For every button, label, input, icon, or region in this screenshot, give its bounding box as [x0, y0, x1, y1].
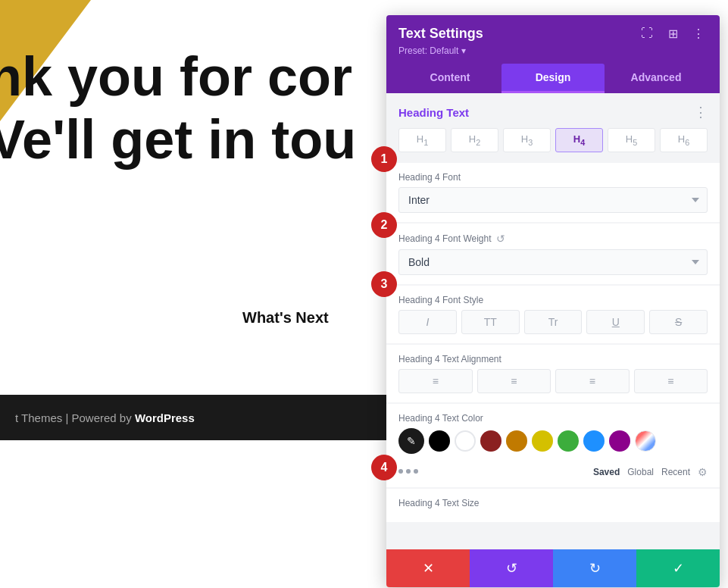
color-swatch-custom[interactable]	[635, 430, 656, 452]
cancel-button[interactable]: ✕	[386, 549, 470, 587]
color-swatches: ✎	[398, 428, 708, 454]
color-swatch-white[interactable]	[455, 430, 476, 452]
panel-body: Heading Text ⋮ H1 H2 H3 H4 H5 H6 Heading…	[386, 93, 720, 549]
uppercase-btn[interactable]: TT	[461, 310, 520, 334]
save-button[interactable]: ✓	[636, 549, 720, 587]
underline-btn[interactable]: U	[586, 310, 645, 334]
text-color-setting-row: Heading 4 Text Color ✎	[386, 404, 720, 487]
color-swatch-orange[interactable]	[506, 430, 527, 452]
heading-line-1: nk you for cor	[0, 45, 356, 108]
saved-tab[interactable]: Saved	[593, 467, 620, 477]
align-left-btn[interactable]: ≡	[398, 369, 473, 393]
step-1-circle: 1	[371, 146, 397, 172]
tab-content[interactable]: Content	[398, 64, 501, 93]
tab-design[interactable]: Design	[501, 64, 605, 93]
align-buttons: ≡ ≡ ≡ ≡	[398, 369, 708, 393]
settings-panel: Text Settings ⛶ ⊞ ⋮ Preset: Default Cont…	[386, 15, 720, 587]
heading-levels: H1 H2 H3 H4 H5 H6	[386, 128, 720, 163]
color-settings-icon[interactable]: ⚙	[698, 466, 708, 478]
heading-h1-btn[interactable]: H1	[398, 128, 446, 152]
section-title: Heading Text	[398, 106, 469, 119]
whats-next-text: What's Next	[242, 309, 329, 327]
font-weight-select[interactable]: Bold	[398, 249, 708, 275]
undo-button[interactable]: ↺	[470, 549, 553, 587]
step-3-circle: 3	[371, 271, 397, 297]
global-tab[interactable]: Global	[627, 467, 654, 477]
text-size-setting-row: Heading 4 Text Size	[386, 489, 720, 522]
heading-line-2: Ve'll get in tou	[0, 108, 356, 171]
footer-text: t Themes | Powered by WordPress	[15, 411, 195, 424]
size-label: Heading 4 Text Size	[398, 498, 708, 508]
recent-tab[interactable]: Recent	[661, 467, 690, 477]
footer-bar: t Themes | Powered by WordPress	[0, 395, 386, 440]
color-swatch-red[interactable]	[480, 430, 501, 452]
panel-title-row: Text Settings ⛶ ⊞ ⋮	[398, 24, 708, 42]
color-swatch-purple[interactable]	[609, 430, 630, 452]
columns-icon[interactable]: ⊞	[664, 24, 682, 42]
tab-advanced[interactable]: Advanced	[605, 64, 708, 93]
align-center-btn[interactable]: ≡	[477, 369, 551, 393]
panel-icons: ⛶ ⊞ ⋮	[638, 24, 708, 42]
panel-title: Text Settings	[398, 26, 483, 42]
color-picker-button[interactable]: ✎	[398, 428, 424, 454]
expand-icon[interactable]: ⛶	[638, 24, 656, 42]
align-justify-btn[interactable]: ≡	[634, 369, 708, 393]
style-buttons: I TT Tr U S	[398, 310, 708, 334]
color-swatch-green[interactable]	[558, 430, 579, 452]
color-dots	[398, 469, 418, 474]
align-right-btn[interactable]: ≡	[555, 369, 630, 393]
color-tabs: Saved Global Recent ⚙	[593, 466, 708, 478]
section-header: Heading Text ⋮	[386, 93, 720, 128]
color-swatch-black[interactable]	[429, 430, 450, 452]
dot-3	[414, 469, 418, 474]
dot-1	[398, 469, 403, 474]
heading-h5-btn[interactable]: H5	[608, 128, 655, 152]
page-heading: nk you for cor Ve'll get in tou	[0, 45, 356, 171]
dot-2	[406, 469, 411, 474]
font-style-setting-row: Heading 4 Font Style I TT Tr U S	[386, 286, 720, 343]
strikethrough-btn[interactable]: S	[649, 310, 708, 334]
redo-button[interactable]: ↻	[553, 549, 636, 587]
alignment-label: Heading 4 Text Alignment	[398, 354, 708, 364]
heading-h2-btn[interactable]: H2	[451, 128, 498, 152]
color-swatch-blue[interactable]	[583, 430, 605, 452]
font-label: Heading 4 Font	[398, 172, 708, 183]
panel-tabs: Content Design Advanced	[398, 64, 708, 93]
font-weight-setting-row: Heading 4 Font Weight ↺ Bold	[386, 224, 720, 284]
italic-btn[interactable]: I	[398, 310, 457, 334]
weight-reset-icon[interactable]: ↺	[496, 233, 505, 245]
color-label: Heading 4 Text Color	[398, 413, 708, 424]
section-more-icon[interactable]: ⋮	[694, 104, 708, 120]
font-weight-label: Heading 4 Font Weight ↺	[398, 233, 708, 245]
heading-h4-btn[interactable]: H4	[555, 128, 603, 152]
font-setting-row: Heading 4 Font Inter	[386, 163, 720, 222]
step-4-circle: 4	[371, 455, 397, 480]
capitalize-btn[interactable]: Tr	[524, 310, 583, 334]
step-2-circle: 2	[371, 212, 397, 238]
more-options-icon[interactable]: ⋮	[689, 24, 708, 42]
text-alignment-setting-row: Heading 4 Text Alignment ≡ ≡ ≡ ≡	[386, 345, 720, 402]
preset-selector[interactable]: Preset: Default	[398, 45, 708, 56]
action-bar: ✕ ↺ ↻ ✓	[386, 549, 720, 587]
color-swatch-yellow[interactable]	[532, 430, 553, 452]
eyedropper-icon: ✎	[407, 435, 416, 447]
font-style-label: Heading 4 Font Style	[398, 295, 708, 305]
heading-h6-btn[interactable]: H6	[660, 128, 708, 152]
font-select[interactable]: Inter	[398, 187, 708, 213]
heading-h3-btn[interactable]: H3	[503, 128, 551, 152]
panel-header: Text Settings ⛶ ⊞ ⋮ Preset: Default Cont…	[386, 15, 720, 93]
